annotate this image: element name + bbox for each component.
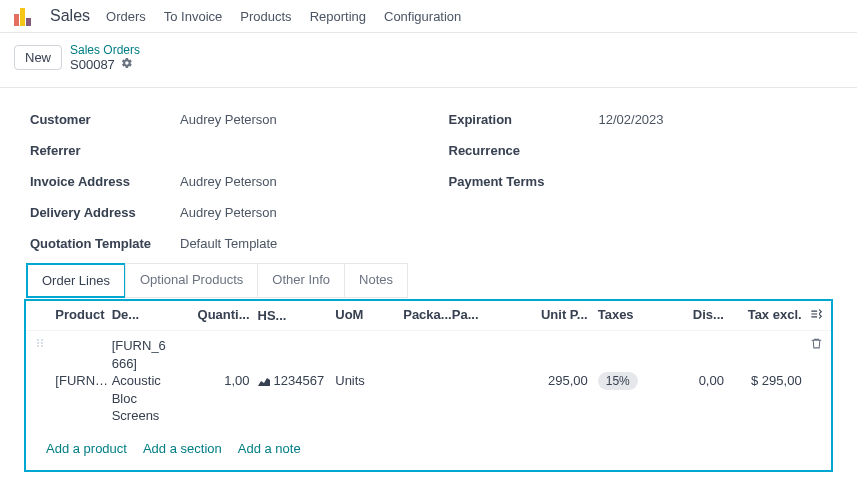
breadcrumb: Sales Orders S00087 xyxy=(70,43,140,73)
svg-point-0 xyxy=(37,339,39,341)
cell-description[interactable]: [FURN_6 666] Acoustic Bloc Screens xyxy=(112,337,190,425)
col-description: De... xyxy=(112,307,190,324)
col-discount: Dis... xyxy=(656,307,724,324)
grid-actions: Add a product Add a section Add a note xyxy=(26,431,831,470)
col-hs: HS... xyxy=(258,307,336,324)
optional-columns-icon[interactable] xyxy=(802,307,823,324)
nav-products[interactable]: Products xyxy=(240,9,291,24)
grid-header: Product De... Quanti... HS... UoM Packa.… xyxy=(26,301,831,331)
app-logo-icon xyxy=(14,6,34,26)
nav-reporting[interactable]: Reporting xyxy=(310,9,366,24)
order-lines-grid: Product De... Quanti... HS... UoM Packa.… xyxy=(24,299,833,472)
delete-row-icon[interactable] xyxy=(802,337,823,353)
forecast-icon[interactable] xyxy=(258,376,270,386)
cell-discount[interactable]: 0,00 xyxy=(656,373,724,388)
col-product: Product xyxy=(55,307,111,324)
drag-handle-icon[interactable] xyxy=(34,337,55,352)
breadcrumb-parent[interactable]: Sales Orders xyxy=(70,43,140,57)
customer-label: Customer xyxy=(30,112,180,127)
col-taxes: Taxes xyxy=(588,307,656,324)
nav-to-invoice[interactable]: To Invoice xyxy=(164,9,223,24)
col-packaging-qty: Pa... xyxy=(452,307,520,324)
col-quantity: Quanti... xyxy=(189,307,257,324)
add-section-link[interactable]: Add a section xyxy=(143,441,222,456)
tab-notes[interactable]: Notes xyxy=(344,263,408,298)
tabs: Order Lines Optional Products Other Info… xyxy=(24,261,833,300)
gear-icon[interactable] xyxy=(121,57,133,72)
svg-point-5 xyxy=(41,345,43,347)
invoice-address-label: Invoice Address xyxy=(30,174,180,189)
expiration-label: Expiration xyxy=(449,112,599,127)
form-left-col: CustomerAudrey Peterson Referrer Invoice… xyxy=(30,112,409,251)
cell-unit-price[interactable]: 295,00 xyxy=(520,373,588,388)
new-button[interactable]: New xyxy=(14,45,62,70)
nav-orders[interactable]: Orders xyxy=(106,9,146,24)
svg-point-3 xyxy=(41,342,43,344)
customer-value[interactable]: Audrey Peterson xyxy=(180,112,277,127)
cell-uom[interactable]: Units xyxy=(335,373,403,388)
add-note-link[interactable]: Add a note xyxy=(238,441,301,456)
table-row[interactable]: [FURN_... [FURN_6 666] Acoustic Bloc Scr… xyxy=(26,331,831,431)
quotation-template-label: Quotation Template xyxy=(30,236,180,251)
breadcrumb-record: S00087 xyxy=(70,57,115,73)
app-name: Sales xyxy=(50,7,90,25)
main-nav: Orders To Invoice Products Reporting Con… xyxy=(106,9,461,24)
delivery-address-label: Delivery Address xyxy=(30,205,180,220)
quotation-template-value[interactable]: Default Template xyxy=(180,236,277,251)
referrer-label: Referrer xyxy=(30,143,180,158)
cell-hs[interactable]: 1234567 xyxy=(258,373,336,388)
form-right-col: Expiration12/02/2023 Recurrence Payment … xyxy=(449,112,828,251)
subbar: New Sales Orders S00087 xyxy=(0,33,857,88)
form-area: CustomerAudrey Peterson Referrer Invoice… xyxy=(0,88,857,261)
recurrence-label: Recurrence xyxy=(449,143,599,158)
cell-taxes[interactable]: 15% xyxy=(588,372,656,390)
cell-product[interactable]: [FURN_... xyxy=(55,373,111,388)
payment-terms-label: Payment Terms xyxy=(449,174,599,189)
invoice-address-value[interactable]: Audrey Peterson xyxy=(180,174,277,189)
nav-configuration[interactable]: Configuration xyxy=(384,9,461,24)
svg-marker-6 xyxy=(258,378,270,386)
expiration-value[interactable]: 12/02/2023 xyxy=(599,112,664,127)
tab-optional-products[interactable]: Optional Products xyxy=(125,263,258,298)
svg-point-1 xyxy=(41,339,43,341)
col-uom: UoM xyxy=(335,307,403,324)
col-tax-excl: Tax excl. xyxy=(724,307,802,324)
svg-point-2 xyxy=(37,342,39,344)
tab-other-info[interactable]: Other Info xyxy=(257,263,345,298)
delivery-address-value[interactable]: Audrey Peterson xyxy=(180,205,277,220)
cell-tax-excl: $ 295,00 xyxy=(724,373,802,388)
topbar: Sales Orders To Invoice Products Reporti… xyxy=(0,0,857,33)
svg-point-4 xyxy=(37,345,39,347)
tabs-section: Order Lines Optional Products Other Info… xyxy=(0,261,857,492)
col-packaging: Packa... xyxy=(403,307,452,324)
col-unit-price: Unit P... xyxy=(520,307,588,324)
add-product-link[interactable]: Add a product xyxy=(46,441,127,456)
tab-order-lines[interactable]: Order Lines xyxy=(26,263,126,298)
cell-quantity[interactable]: 1,00 xyxy=(189,373,257,388)
